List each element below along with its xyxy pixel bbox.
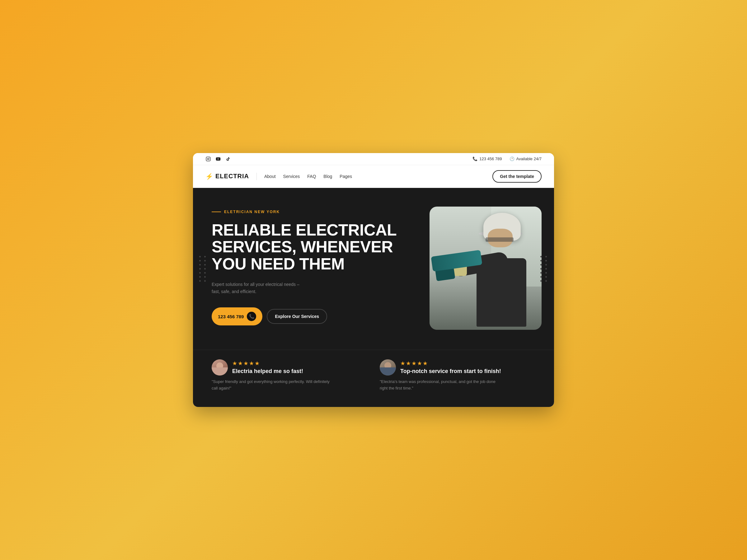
tiktok-icon[interactable]	[225, 156, 231, 162]
hero-tag-text: ELETRICIAN NEW YORK	[224, 210, 280, 214]
dot	[540, 272, 542, 273]
review-text-2: "Electria's team was professional, punct…	[380, 379, 504, 392]
phone-cta-number: 123 456 789	[218, 314, 244, 319]
dot	[199, 268, 201, 269]
dot	[545, 276, 547, 277]
review-title-1: Electria helped me so fast!	[232, 368, 303, 375]
female-avatar	[212, 359, 228, 375]
dot	[545, 256, 547, 257]
svg-point-1	[207, 158, 209, 160]
dot	[540, 276, 542, 277]
hero-title-line1: RELIABLE ELECTRICAL	[212, 221, 396, 239]
dot	[540, 264, 542, 265]
review-card-2: ★★★★★ Top-notch service from start to fi…	[380, 359, 535, 392]
dot	[545, 272, 547, 273]
dot	[204, 272, 206, 273]
dot	[199, 260, 201, 261]
review-text-1: "Super friendly and got everything worki…	[212, 379, 336, 392]
review-info-2: ★★★★★ Top-notch service from start to fi…	[400, 360, 501, 375]
instagram-icon[interactable]	[205, 156, 211, 162]
hero-title: RELIABLE ELECTRICAL SERVICES, WHENEVER Y…	[212, 221, 417, 272]
hero-title-line2: SERVICES, WHENEVER	[212, 238, 393, 256]
browser-window: 📞 123 456 789 🕐 Available 24/7 ⚡ ELECTRI…	[193, 153, 554, 407]
hero-image-area	[430, 207, 542, 330]
svg-point-2	[209, 157, 209, 158]
male-avatar	[380, 359, 396, 375]
review-stars-1: ★★★★★	[232, 360, 303, 367]
dot	[204, 260, 206, 261]
dot	[204, 256, 206, 257]
dot	[199, 256, 201, 257]
dot	[199, 264, 201, 265]
hero-image	[430, 207, 542, 330]
top-bar-right: 📞 123 456 789 🕐 Available 24/7	[472, 157, 542, 161]
dot-grid-left	[199, 256, 207, 282]
phone-cta-button[interactable]: 123 456 789 📞	[212, 308, 262, 325]
dot	[540, 268, 542, 269]
review-stars-2: ★★★★★	[400, 360, 501, 367]
clock-icon: 🕐	[510, 157, 515, 161]
nav-services[interactable]: Services	[283, 174, 300, 179]
nav-divider	[256, 173, 257, 180]
navbar: ⚡ ELECTRIA About Services FAQ Blog Pages…	[193, 165, 554, 188]
logo[interactable]: ⚡ ELECTRIA	[205, 173, 249, 180]
social-icons	[205, 156, 231, 162]
bolt-icon: ⚡	[205, 173, 213, 180]
phone-icon: 📞	[472, 157, 478, 161]
hero-actions: 123 456 789 📞 Explore Our Services	[212, 308, 417, 325]
dot	[540, 260, 542, 261]
svg-rect-0	[206, 157, 210, 161]
dot	[540, 256, 542, 257]
hero-section: ELETRICIAN NEW YORK RELIABLE ELECTRICAL …	[193, 188, 554, 350]
get-template-button[interactable]: Get the template	[492, 170, 542, 183]
explore-services-button[interactable]: Explore Our Services	[267, 309, 327, 324]
worker-illustration	[430, 207, 542, 330]
tag-line-decoration	[212, 212, 221, 212]
navbar-left: ⚡ ELECTRIA About Services FAQ Blog Pages	[205, 173, 352, 180]
dot	[199, 276, 201, 277]
nav-faq[interactable]: FAQ	[307, 174, 316, 179]
phone-button-icon: 📞	[247, 312, 256, 321]
dot	[545, 268, 547, 269]
dot	[204, 264, 206, 265]
dot	[545, 260, 547, 261]
phone-number: 123 456 789	[479, 157, 502, 161]
dot	[204, 268, 206, 269]
review-card-1: ★★★★★ Electria helped me so fast! "Super…	[212, 359, 367, 392]
nav-pages[interactable]: Pages	[340, 174, 352, 179]
dot	[199, 272, 201, 273]
review-info-1: ★★★★★ Electria helped me so fast!	[232, 360, 303, 375]
top-bar: 📞 123 456 789 🕐 Available 24/7	[193, 153, 554, 165]
dot	[540, 280, 542, 282]
dot	[545, 264, 547, 265]
dot-grid-right	[540, 256, 548, 282]
reviews-section: ★★★★★ Electria helped me so fast! "Super…	[193, 350, 554, 407]
availability-text: Available 24/7	[516, 157, 542, 161]
hero-subtitle: Expert solutions for all your electrical…	[212, 281, 305, 295]
review-top-1: ★★★★★ Electria helped me so fast!	[212, 359, 367, 375]
reviewer-avatar-2	[380, 359, 396, 375]
youtube-icon[interactable]	[215, 156, 221, 162]
nav-blog[interactable]: Blog	[324, 174, 332, 179]
nav-links: About Services FAQ Blog Pages	[264, 174, 352, 179]
dot	[545, 280, 547, 282]
logo-text: ELECTRIA	[215, 173, 249, 180]
reviewer-avatar-1	[212, 359, 228, 375]
nav-about[interactable]: About	[264, 174, 276, 179]
phone-info: 📞 123 456 789	[472, 157, 502, 161]
dot	[204, 276, 206, 277]
dot	[204, 280, 206, 282]
review-title-2: Top-notch service from start to finish!	[400, 368, 501, 375]
hero-tag: ELETRICIAN NEW YORK	[212, 210, 417, 214]
dot	[199, 280, 201, 282]
glasses	[486, 237, 514, 242]
availability-info: 🕐 Available 24/7	[510, 157, 542, 161]
review-top-2: ★★★★★ Top-notch service from start to fi…	[380, 359, 535, 375]
hero-title-line3: YOU NEED THEM	[212, 255, 344, 273]
hero-content: ELETRICIAN NEW YORK RELIABLE ELECTRICAL …	[212, 207, 417, 326]
